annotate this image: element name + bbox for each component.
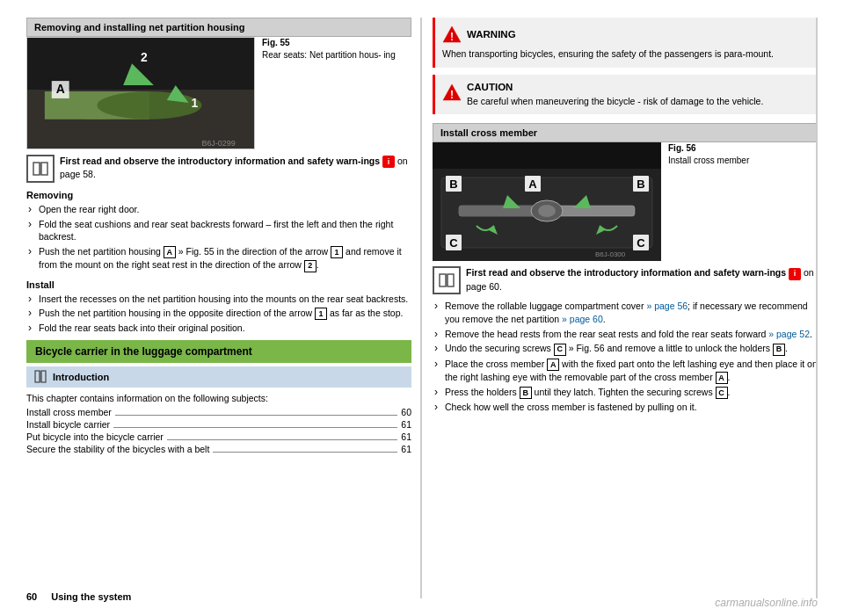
right-column: ! WARNING When transporting bicycles, en… <box>433 18 818 598</box>
removing-title: Removing <box>26 190 411 200</box>
list-item: Fold the rear seats back into their orig… <box>26 322 411 335</box>
right-margin-line <box>816 18 818 598</box>
list-item: Remove the head rests from the rear seat… <box>433 328 818 341</box>
warning-text: When transporting bicycles, ensuring the… <box>442 47 811 61</box>
install-cross-bullets: Remove the rollable luggage compartment … <box>433 300 818 414</box>
svg-text:B: B <box>449 178 457 191</box>
svg-text:B6J-0300: B6J-0300 <box>595 250 626 258</box>
svg-text:1: 1 <box>192 96 199 110</box>
svg-rect-16 <box>41 371 46 382</box>
badge-A: A <box>164 246 176 258</box>
toc-label: Put bicycle into the bicycle carrier <box>26 431 164 442</box>
warning-box: ! WARNING When transporting bicycles, en… <box>433 18 818 68</box>
list-item: Fold the seat cushions and rear seat bac… <box>26 218 411 243</box>
book-svg-right <box>438 272 455 288</box>
svg-text:A: A <box>56 82 65 96</box>
toc-label: Secure the stability of the bicycles wit… <box>26 444 209 454</box>
badge-A3: A <box>716 372 728 384</box>
introduction-label: Introduction <box>53 372 109 382</box>
toc-num: 61 <box>401 419 411 430</box>
caution-text: Be careful when maneuvering the bicycle … <box>467 95 763 108</box>
svg-text:!: ! <box>450 89 454 101</box>
section-header-removing: Removing and installing net partition ho… <box>26 18 411 37</box>
svg-rect-44 <box>440 274 446 286</box>
page-footer: 60 Using the system <box>26 591 131 602</box>
toc-line <box>167 439 397 440</box>
page60-link[interactable]: » page 60 <box>562 314 603 324</box>
warning-header: ! WARNING <box>442 25 811 44</box>
list-item: Check how well the cross member is faste… <box>433 401 818 414</box>
toc-line <box>113 427 397 428</box>
note-box-right: First read and observe the introductory … <box>433 266 818 294</box>
svg-text:C: C <box>449 236 458 250</box>
page56-link[interactable]: » page 56 <box>646 301 688 311</box>
introduction-subheader: Introduction <box>26 366 411 388</box>
footer-text: Using the system <box>51 591 131 602</box>
badge-1: 1 <box>331 246 343 258</box>
toc-table: Install cross member 60 Install bicycle … <box>26 407 411 454</box>
badge-A2: A <box>547 359 559 371</box>
install-list: Insert the recesses on the net partition… <box>26 293 411 336</box>
install-title: Install <box>26 279 411 290</box>
caution-box: ! CAUTION Be careful when maneuvering th… <box>433 75 818 115</box>
list-item: Push the net partition housing A » Fig. … <box>26 245 411 272</box>
page52-link[interactable]: » page 52 <box>768 329 810 339</box>
caution-title: CAUTION <box>467 82 763 92</box>
install-cross-header: Install cross member <box>433 123 818 142</box>
badge-2: 2 <box>304 260 316 272</box>
svg-rect-12 <box>33 163 40 175</box>
note-text-right: First read and observe the introductory … <box>466 266 818 293</box>
svg-text:B6J-0299: B6J-0299 <box>201 139 235 148</box>
toc-row: Put bicycle into the bicycle carrier 61 <box>26 431 411 442</box>
page-number: 60 <box>26 591 37 602</box>
svg-rect-26 <box>459 206 538 216</box>
removing-list: Open the rear right door. Fold the seat … <box>26 203 411 272</box>
svg-text:A: A <box>528 178 537 191</box>
book-icon-right <box>433 266 461 294</box>
bicycle-section-header: Bicycle carrier in the luggage compartme… <box>26 340 411 363</box>
toc-line <box>115 415 397 416</box>
left-column: Removing and installing net partition ho… <box>26 18 411 598</box>
info-badge-right: i <box>789 268 801 280</box>
list-item: Press the holders B until they latch. Ti… <box>433 386 818 399</box>
badge-B3: B <box>520 387 532 399</box>
list-item: Place the cross member A with the fixed … <box>433 358 818 384</box>
list-item: Push the net partition housing in the op… <box>26 307 411 320</box>
note-text-left: First read and observe the introductory … <box>60 155 411 181</box>
column-divider <box>420 18 422 598</box>
svg-rect-15 <box>35 371 40 382</box>
toc-num: 60 <box>401 407 411 417</box>
badge-B2: B <box>773 344 785 356</box>
toc-label: Install cross member <box>26 407 112 417</box>
fig55-caption: Fig. 55 Rear seats: Net partition hous- … <box>255 37 396 149</box>
toc-num: 61 <box>401 431 411 442</box>
svg-text:!: ! <box>450 31 454 43</box>
fig56-text: Install cross member <box>668 155 749 167</box>
fig55-diagram: A 1 2 B6J-0299 <box>27 37 254 149</box>
warning-triangle-icon: ! <box>442 25 462 44</box>
list-item: Remove the rollable luggage compartment … <box>433 300 818 325</box>
toc-num: 61 <box>401 444 411 454</box>
toc-row: Install cross member 60 <box>26 407 411 417</box>
list-item: Undo the securing screws C » Fig. 56 and… <box>433 342 818 355</box>
svg-rect-13 <box>41 163 47 175</box>
caution-content: CAUTION Be careful when maneuvering the … <box>467 82 763 108</box>
fig56-label: Fig. 56 <box>668 142 749 155</box>
fig56-caption: Fig. 56 Install cross member <box>661 142 749 261</box>
svg-text:2: 2 <box>141 50 148 64</box>
info-badge: i <box>382 156 395 168</box>
intro-text: This chapter contains information on the… <box>26 393 411 403</box>
badge-1b: 1 <box>315 308 327 320</box>
svg-point-28 <box>538 205 556 217</box>
toc-row: Install bicycle carrier 61 <box>26 419 411 430</box>
book-icon <box>26 155 55 183</box>
toc-line <box>213 452 397 453</box>
note-box-left: First read and observe the introductory … <box>26 155 411 183</box>
book-svg <box>32 161 49 177</box>
badge-C: C <box>554 344 566 356</box>
svg-point-4 <box>97 91 201 120</box>
book-icon-small <box>33 370 47 384</box>
fig56-diagram: A B B C C <box>433 142 661 261</box>
list-item: Insert the recesses on the net partition… <box>26 293 411 306</box>
fig56-image: A B B C C <box>433 142 661 261</box>
